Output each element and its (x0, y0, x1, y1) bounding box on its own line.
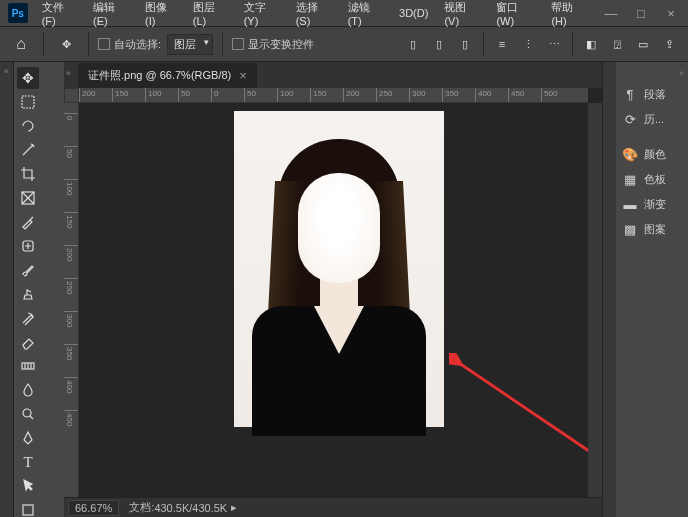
panel-label: 历... (644, 112, 664, 127)
menu-type[interactable]: 文字(Y) (236, 0, 288, 26)
menu-help[interactable]: 帮助(H) (543, 0, 596, 26)
panel-collapse-strip[interactable] (602, 62, 616, 517)
svg-point-4 (23, 409, 31, 417)
divider (43, 32, 44, 56)
history-brush-tool[interactable] (17, 307, 39, 329)
panel-label: 段落 (644, 87, 666, 102)
tab-title: 证件照.png @ 66.7%(RGB/8) (88, 68, 231, 83)
align-right-icon[interactable]: ▯ (454, 31, 476, 57)
window-maximize-button[interactable]: □ (626, 3, 656, 23)
color-icon: 🎨 (622, 148, 638, 162)
app-logo: Ps (8, 3, 28, 23)
status-bar: 66.67% 文档: 430.5K/430.5K ▸ (64, 497, 602, 517)
gradient-tool[interactable] (17, 355, 39, 377)
rect-marquee-tool[interactable] (17, 91, 39, 113)
menu-image[interactable]: 图像(I) (137, 0, 185, 26)
doc-size-value: 430.5K/430.5K (154, 502, 227, 514)
align-center-icon[interactable]: ▯ (428, 31, 450, 57)
window-minimize-button[interactable]: — (596, 3, 626, 23)
type-tool[interactable]: T (17, 451, 39, 473)
panel-swatches[interactable]: ▦色板 (616, 167, 688, 192)
share-icon[interactable]: ⇪ (658, 31, 680, 57)
gradient-icon: ▬ (622, 198, 638, 212)
menu-layer[interactable]: 图层(L) (185, 0, 236, 26)
photo-face (298, 173, 380, 283)
menu-file[interactable]: 文件(F) (34, 0, 85, 26)
healing-tool[interactable] (17, 235, 39, 257)
toolbox: ✥ T ⋯ (14, 62, 64, 517)
ruler-vertical[interactable]: 050100150200250300350400450 (64, 103, 79, 497)
panel-label: 色板 (644, 172, 666, 187)
divider (88, 32, 89, 56)
chevron-right-icon[interactable]: » (616, 68, 688, 82)
workspace-icon[interactable]: ▭ (632, 31, 654, 57)
panel-dock: » ¶段落 ⟳历... 🎨颜色 ▦色板 ▬渐变 ▩图案 (616, 62, 688, 517)
ruler-horizontal[interactable]: 2001501005005010015020025030035040045050… (79, 88, 588, 103)
divider (483, 32, 484, 56)
panel-gradient[interactable]: ▬渐变 (616, 192, 688, 217)
distribute-v-icon[interactable]: ⋮ (517, 31, 539, 57)
search-icon[interactable]: ⍰ (606, 31, 628, 57)
home-icon[interactable]: ⌂ (8, 31, 34, 57)
menu-window[interactable]: 窗口(W) (488, 0, 543, 26)
more-icon[interactable]: ⋯ (543, 31, 565, 57)
shape-tool[interactable] (17, 499, 39, 517)
auto-select-checkbox[interactable]: 自动选择: (98, 37, 161, 52)
show-transform-label: 显示变换控件 (248, 37, 314, 52)
panel-label: 颜色 (644, 147, 666, 162)
divider (572, 32, 573, 56)
history-icon: ⟳ (622, 113, 638, 127)
tool-collapse-strip[interactable]: « (0, 62, 14, 517)
crop-tool[interactable] (17, 163, 39, 185)
3d-mode-icon[interactable]: ◧ (580, 31, 602, 57)
move-tool[interactable]: ✥ (17, 67, 39, 89)
paragraph-icon: ¶ (622, 88, 638, 102)
move-tool-indicator-icon[interactable]: ✥ (53, 31, 79, 57)
clone-stamp-tool[interactable] (17, 283, 39, 305)
panel-history[interactable]: ⟳历... (616, 107, 688, 132)
brush-tool[interactable] (17, 259, 39, 281)
doc-size-label: 文档: (129, 500, 154, 515)
svg-rect-5 (23, 505, 33, 515)
document-tab[interactable]: 证件照.png @ 66.7%(RGB/8) × (78, 63, 257, 88)
annotation-arrow (449, 353, 588, 473)
menu-filter[interactable]: 滤镜(T) (340, 0, 391, 26)
patterns-icon: ▩ (622, 223, 638, 237)
panel-label: 渐变 (644, 197, 666, 212)
path-select-tool[interactable] (17, 475, 39, 497)
eraser-tool[interactable] (17, 331, 39, 353)
ruler-origin[interactable] (64, 88, 79, 103)
blur-tool[interactable] (17, 379, 39, 401)
zoom-input[interactable]: 66.67% (68, 500, 119, 516)
canvas-viewport[interactable] (79, 103, 588, 497)
scrollbar-vertical[interactable] (588, 103, 602, 497)
menu-select[interactable]: 选择(S) (288, 0, 340, 26)
magic-wand-tool[interactable] (17, 139, 39, 161)
dodge-tool[interactable] (17, 403, 39, 425)
chevron-left-icon: « (4, 66, 9, 76)
menu-3d[interactable]: 3D(D) (391, 0, 436, 26)
show-transform-checkbox[interactable]: 显示变换控件 (232, 37, 314, 52)
menu-edit[interactable]: 编辑(E) (85, 0, 137, 26)
eyedropper-tool[interactable] (17, 211, 39, 233)
panel-label: 图案 (644, 222, 666, 237)
auto-select-target-dropdown[interactable]: 图层 (167, 34, 213, 55)
tab-close-button[interactable]: × (239, 68, 247, 83)
align-left-icon[interactable]: ▯ (402, 31, 424, 57)
auto-select-label: 自动选择: (114, 37, 161, 52)
panel-paragraph[interactable]: ¶段落 (616, 82, 688, 107)
document-canvas[interactable] (234, 111, 444, 427)
panel-color[interactable]: 🎨颜色 (616, 142, 688, 167)
menu-view[interactable]: 视图(V) (436, 0, 488, 26)
svg-rect-0 (22, 96, 34, 108)
frame-tool[interactable] (17, 187, 39, 209)
window-close-button[interactable]: × (656, 3, 686, 23)
swatches-icon: ▦ (622, 173, 638, 187)
pen-tool[interactable] (17, 427, 39, 449)
chevron-right-icon[interactable]: ▸ (231, 501, 237, 514)
chevron-left-icon[interactable]: « (66, 68, 71, 78)
distribute-h-icon[interactable]: ≡ (491, 31, 513, 57)
panel-patterns[interactable]: ▩图案 (616, 217, 688, 242)
lasso-tool[interactable] (17, 115, 39, 137)
divider (222, 32, 223, 56)
